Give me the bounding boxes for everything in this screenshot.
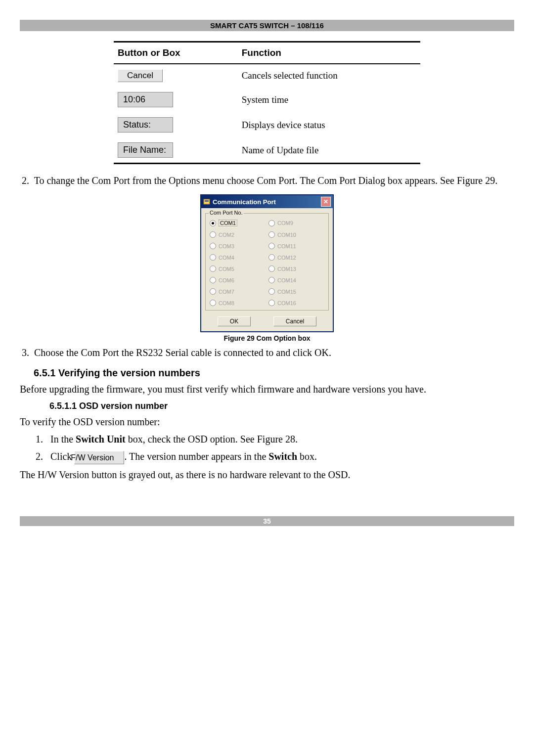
radio-label: COM8 (219, 300, 234, 306)
radio-com6[interactable]: COM6 (210, 277, 266, 283)
step-2: 2. To change the Com Port from the Optio… (20, 174, 514, 187)
radio-com5[interactable]: COM5 (210, 266, 266, 272)
radio-com3[interactable]: COM3 (210, 243, 266, 249)
radio-com14[interactable]: COM14 (268, 277, 324, 283)
button-function-table: Button or Box Function Cancel Cancels se… (114, 41, 420, 164)
radio-label: COM13 (277, 266, 296, 272)
fw-version-button[interactable]: F/W Version (74, 451, 124, 465)
radio-label: COM16 (277, 300, 296, 306)
col-header-button: Button or Box (114, 42, 238, 64)
dialog-titlebar: Communication Port ✕ (201, 195, 333, 208)
radio-icon (268, 277, 275, 283)
close-icon[interactable]: ✕ (321, 197, 331, 207)
ok-button[interactable]: OK (218, 316, 251, 326)
radio-label: COM12 (277, 255, 296, 261)
radio-icon (210, 220, 216, 226)
radio-label: COM9 (277, 220, 293, 226)
radio-label: COM4 (219, 255, 234, 261)
page-footer: 35 (20, 516, 514, 526)
table-row: Cancel Cancels selected function (114, 64, 420, 87)
radio-label: COM14 (277, 277, 296, 283)
radio-label: COM11 (277, 243, 296, 249)
radio-label: COM1 (219, 220, 237, 226)
radio-icon (210, 266, 216, 272)
cancel-dialog-button[interactable]: Cancel (273, 316, 316, 326)
radio-label: COM2 (219, 232, 234, 238)
dialog-title: Communication Port (213, 198, 321, 206)
radio-icon (210, 231, 216, 238)
radio-com7[interactable]: COM7 (210, 288, 266, 295)
radio-com8[interactable]: COM8 (210, 300, 266, 306)
svg-rect-1 (205, 200, 209, 202)
hw-note: The H/W Version button is grayed out, as… (20, 468, 514, 482)
radio-icon (268, 231, 275, 238)
radio-icon (210, 277, 216, 283)
radio-label: COM10 (277, 232, 296, 238)
col-header-function: Function (238, 42, 420, 64)
osd-step-1: 1. In the Switch Unit box, check the OSD… (49, 433, 514, 446)
step-3: 3. Choose the Com Port the RS232 Serial … (20, 346, 514, 359)
radio-icon (268, 254, 275, 261)
cancel-button[interactable]: Cancel (118, 69, 163, 82)
page-header: SMART CAT5 SWITCH – 108/116 (20, 20, 514, 31)
radio-icon (210, 288, 216, 295)
section-6511-intro: To verify the OSD version number: (20, 415, 514, 429)
radio-label: COM7 (219, 289, 234, 295)
table-row: Status: Displays device status (114, 112, 420, 137)
radio-label: COM6 (219, 277, 234, 283)
radio-icon (210, 300, 216, 306)
cell-desc: Displays device status (238, 112, 420, 137)
radio-com2[interactable]: COM2 (210, 231, 266, 238)
group-label: Com Port No. (209, 210, 244, 216)
radio-icon (210, 254, 216, 261)
section-heading-6511: 6.5.1.1 OSD version number (49, 401, 514, 411)
radio-com10[interactable]: COM10 (268, 231, 324, 238)
radio-icon (268, 220, 275, 226)
section-heading-651: 6.5.1 Verifying the version numbers (34, 367, 514, 379)
time-box: 10:06 (118, 92, 173, 107)
radio-com11[interactable]: COM11 (268, 243, 324, 249)
dialog-icon (203, 198, 210, 205)
radio-icon (268, 243, 275, 249)
osd-step-2: 2. Click F/W Version. The version number… (49, 450, 514, 464)
status-box: Status: (118, 117, 173, 133)
figure-caption: Figure 29 Com Option box (20, 334, 514, 342)
radio-label: COM5 (219, 266, 234, 272)
radio-label: COM15 (277, 289, 296, 295)
radio-icon (210, 243, 216, 249)
cell-desc: Cancels selected function (238, 64, 420, 87)
radio-com9[interactable]: COM9 (268, 220, 324, 226)
radio-com1[interactable]: COM1 (210, 220, 266, 226)
radio-com13[interactable]: COM13 (268, 266, 324, 272)
cell-desc: System time (238, 87, 420, 112)
radio-label: COM3 (219, 243, 234, 249)
radio-com15[interactable]: COM15 (268, 288, 324, 295)
table-row: File Name: Name of Update file (114, 137, 420, 164)
section-651-body: Before upgrading the firmware, you must … (20, 383, 514, 396)
table-row: 10:06 System time (114, 87, 420, 112)
radio-icon (268, 288, 275, 295)
radio-com12[interactable]: COM12 (268, 254, 324, 261)
radio-com16[interactable]: COM16 (268, 300, 324, 306)
cell-desc: Name of Update file (238, 137, 420, 164)
radio-com4[interactable]: COM4 (210, 254, 266, 261)
radio-icon (268, 300, 275, 306)
communication-port-dialog: Communication Port ✕ Com Port No. COM1CO… (200, 194, 334, 332)
filename-box: File Name: (118, 142, 173, 158)
com-port-groupbox: Com Port No. COM1COM9COM2COM10COM3COM11C… (205, 213, 329, 311)
radio-icon (268, 266, 275, 272)
